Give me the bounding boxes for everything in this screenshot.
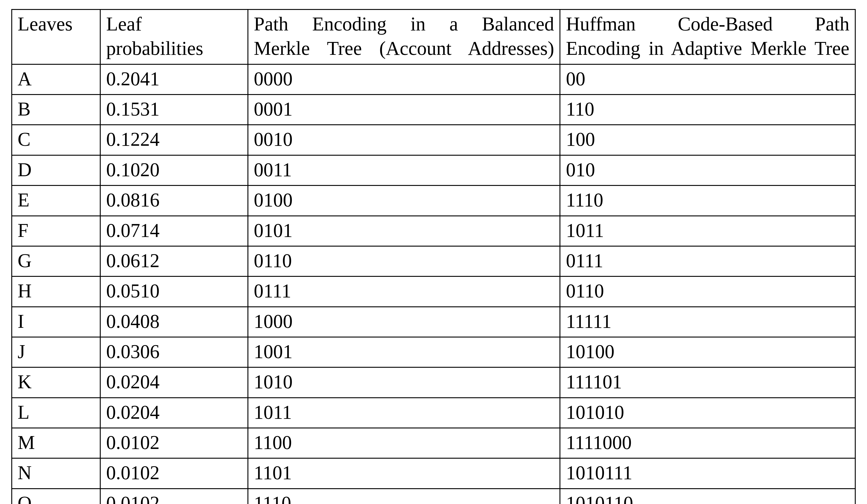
cell-balanced-code: 0001 [248,95,560,125]
header-huffman-line1: Huffman Code-Based Path [566,13,849,35]
table-row: G0.061201100111 [12,246,855,276]
cell-balanced-code: 0000 [248,64,560,95]
table-row: E0.081601001110 [12,185,855,216]
cell-balanced-code: 0010 [248,125,560,155]
cell-huffman-code: 0111 [560,246,855,276]
table-row: L0.02041011101010 [12,398,855,428]
table-row: C0.12240010100 [12,125,855,155]
table-row: K0.02041010111101 [12,367,855,397]
table-row: H0.051001110110 [12,276,855,307]
cell-leaf: O [12,489,100,504]
cell-probability: 0.0102 [100,458,248,489]
cell-probability: 0.2041 [100,64,248,95]
cell-leaf: L [12,398,100,428]
cell-huffman-code: 101010 [560,398,855,428]
cell-leaf: H [12,276,100,307]
cell-probability: 0.0306 [100,337,248,367]
cell-balanced-code: 1101 [248,458,560,489]
header-balanced-line2: Merkle Tree (Account Addresses) [254,37,554,59]
cell-balanced-code: 1110 [248,489,560,504]
table-row: O0.010211101010110 [12,489,855,504]
header-balanced: Path Encoding in a Balanced Merkle Tree … [248,10,560,64]
cell-balanced-code: 1011 [248,398,560,428]
cell-balanced-code: 0011 [248,155,560,185]
cell-huffman-code: 10100 [560,337,855,367]
cell-probability: 0.0102 [100,428,248,458]
table-row: F0.071401011011 [12,216,855,246]
cell-leaf: M [12,428,100,458]
header-leaves: Leaves [12,10,100,64]
cell-balanced-code: 0111 [248,276,560,307]
table-row: D0.10200011010 [12,155,855,185]
table-row: N0.010211011010111 [12,458,855,489]
cell-probability: 0.0816 [100,185,248,216]
cell-leaf: E [12,185,100,216]
cell-balanced-code: 1000 [248,307,560,337]
cell-balanced-code: 0101 [248,216,560,246]
cell-leaf: F [12,216,100,246]
table-row: M0.010211001111000 [12,428,855,458]
cell-huffman-code: 110 [560,95,855,125]
cell-huffman-code: 1110 [560,185,855,216]
cell-balanced-code: 1010 [248,367,560,397]
cell-leaf: A [12,64,100,95]
header-balanced-line1: Path Encoding in a Balanced [254,13,554,35]
cell-leaf: K [12,367,100,397]
cell-leaf: D [12,155,100,185]
cell-probability: 0.0612 [100,246,248,276]
cell-huffman-code: 00 [560,64,855,95]
header-huffman-line2: Encoding in Adaptive Merkle Tree [566,37,849,59]
cell-probability: 0.0510 [100,276,248,307]
table-row: B0.15310001110 [12,95,855,125]
cell-probability: 0.0408 [100,307,248,337]
cell-balanced-code: 1001 [248,337,560,367]
cell-leaf: G [12,246,100,276]
cell-probability: 0.0102 [100,489,248,504]
cell-probability: 0.0714 [100,216,248,246]
cell-leaf: C [12,125,100,155]
cell-probability: 0.1224 [100,125,248,155]
header-probabilities: Leaf probabilities [100,10,248,64]
cell-huffman-code: 1010111 [560,458,855,489]
cell-probability: 0.0204 [100,398,248,428]
header-huffman: Huffman Code-Based Path Encoding in Adap… [560,10,855,64]
cell-huffman-code: 010 [560,155,855,185]
cell-leaf: J [12,337,100,367]
cell-balanced-code: 1100 [248,428,560,458]
table-row: A0.2041000000 [12,64,855,95]
cell-balanced-code: 0100 [248,185,560,216]
header-prob-line2: probabilities [106,37,203,59]
encoding-comparison-table: Leaves Leaf probabilities Path Encoding … [11,9,856,504]
cell-huffman-code: 1111000 [560,428,855,458]
cell-huffman-code: 11111 [560,307,855,337]
cell-huffman-code: 1010110 [560,489,855,504]
table-row: J0.0306100110100 [12,337,855,367]
cell-huffman-code: 0110 [560,276,855,307]
table-row: I0.0408100011111 [12,307,855,337]
cell-probability: 0.1531 [100,95,248,125]
cell-leaf: I [12,307,100,337]
cell-leaf: N [12,458,100,489]
cell-probability: 0.1020 [100,155,248,185]
cell-leaf: B [12,95,100,125]
header-prob-line1: Leaf [106,13,142,35]
cell-probability: 0.0204 [100,367,248,397]
cell-huffman-code: 100 [560,125,855,155]
cell-huffman-code: 1011 [560,216,855,246]
cell-balanced-code: 0110 [248,246,560,276]
table-header-row: Leaves Leaf probabilities Path Encoding … [12,10,855,64]
cell-huffman-code: 111101 [560,367,855,397]
